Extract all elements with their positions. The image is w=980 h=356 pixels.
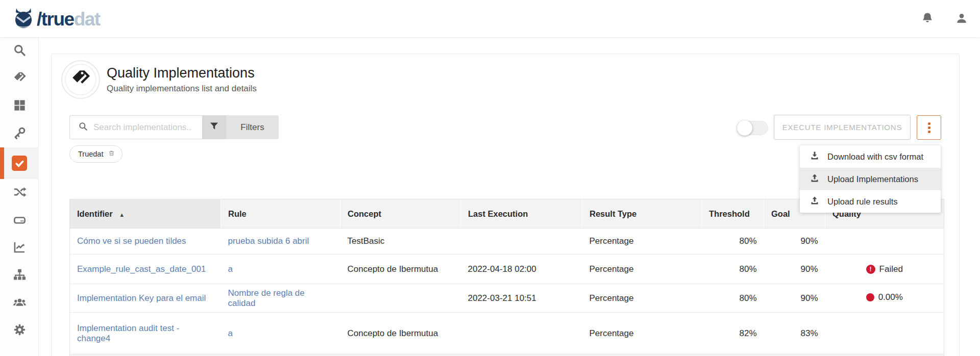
toggle-knob: [737, 120, 752, 136]
quality-cell: [825, 313, 944, 354]
column-header-threshold[interactable]: Threshold: [702, 199, 764, 228]
sidebar-item-storage[interactable]: [0, 207, 39, 234]
column-header-result-type[interactable]: Result Type: [582, 199, 702, 228]
funnel-icon: [209, 121, 219, 133]
filter-chip-label: Truedat: [78, 150, 103, 158]
quality-cell: ! Failed: [825, 255, 944, 284]
result-type-cell: Percentage: [582, 255, 702, 284]
sidebar-item-settings[interactable]: [0, 317, 39, 344]
sidebar-item-key[interactable]: [0, 120, 39, 147]
kebab-icon: [928, 126, 930, 129]
column-label: Goal: [771, 209, 790, 218]
column-label: Identifier: [77, 209, 113, 218]
shuffle-icon: [13, 185, 27, 201]
sidebar-item-charts[interactable]: [0, 234, 39, 262]
concept-cell: Concepto de Ibermutua: [340, 255, 461, 284]
bell-icon[interactable]: [920, 11, 935, 26]
rule-link[interactable]: a: [228, 264, 233, 274]
menu-item-upload-implementations[interactable]: Upload Implementations: [800, 168, 941, 190]
execute-implementations-button[interactable]: EXECUTE IMPLEMENTATIONS: [774, 115, 911, 140]
sidebar-item-lineage[interactable]: [0, 262, 39, 289]
page-title: Quality Implementations: [107, 65, 255, 81]
check-square-icon: [12, 156, 27, 171]
identifier-link[interactable]: Example_rule_cast_as_date_001: [77, 264, 206, 274]
rule-link[interactable]: prueba subida 6 abril: [228, 236, 309, 246]
concept-cell: TestBasic: [340, 228, 461, 255]
chart-line-icon: [13, 240, 27, 256]
sidebar: [0, 37, 39, 356]
gear-icon: [13, 323, 27, 339]
sidebar-item-tags[interactable]: [0, 65, 39, 92]
app-logo[interactable]: /truedat: [11, 6, 100, 33]
error-exclamation-icon: !: [866, 265, 875, 274]
last-execution-cell: [461, 228, 582, 255]
menu-item-label: Upload rule results: [827, 197, 898, 207]
sidebar-item-shuffle[interactable]: [0, 179, 39, 207]
storage-icon: [13, 213, 27, 228]
goal-cell: 90%: [764, 228, 825, 255]
table-row: Example_rule_cast_as_date_001 a Concepto…: [70, 255, 944, 284]
sidebar-item-search[interactable]: [0, 37, 39, 65]
more-options-menu: Download with csv format Upload Implemen…: [800, 145, 941, 213]
threshold-cell: 80%: [702, 255, 764, 284]
sidebar-item-quality[interactable]: [0, 147, 39, 179]
result-type-cell: Percentage: [582, 228, 702, 255]
sidebar-item-users[interactable]: [0, 289, 39, 317]
identifier-link[interactable]: Implementation Key para el email: [77, 293, 206, 303]
kebab-icon: [928, 122, 930, 125]
rule-link[interactable]: Nombre de regla de calidad: [228, 288, 305, 308]
execute-implementations-label: EXECUTE IMPLEMENTATIONS: [782, 123, 902, 132]
quality-status-label: Failed: [879, 264, 903, 274]
column-header-concept[interactable]: Concept: [340, 199, 461, 228]
tags-icon: [13, 71, 27, 87]
more-options-button[interactable]: [917, 115, 941, 140]
quality-cell: 0.00%: [825, 284, 944, 313]
menu-item-upload-rule-results[interactable]: Upload rule results: [800, 190, 941, 213]
sidebar-item-grid[interactable]: [0, 92, 39, 120]
search-input[interactable]: [93, 122, 195, 133]
top-bar: /truedat: [0, 0, 980, 37]
rule-link[interactable]: a: [228, 328, 233, 338]
last-execution-cell: 2022-04-18 02:00: [461, 255, 582, 284]
column-header-rule[interactable]: Rule: [221, 199, 340, 228]
execute-toggle[interactable]: [737, 121, 768, 135]
owl-icon: [11, 6, 36, 33]
result-type-cell: Percentage: [582, 284, 702, 313]
column-header-identifier[interactable]: Identifier ▲: [70, 199, 221, 228]
identifier-link[interactable]: Implementation audit test - change4: [77, 323, 179, 343]
column-label: Rule: [228, 209, 247, 218]
filters-button[interactable]: Filters: [226, 115, 279, 139]
goal-cell: 90%: [764, 284, 825, 313]
result-type-cell: Percentage: [582, 313, 702, 354]
column-header-last-execution[interactable]: Last Execution: [461, 199, 582, 228]
quality-cell: [825, 228, 944, 255]
menu-item-download-csv[interactable]: Download with csv format: [800, 145, 941, 168]
goal-cell: 83%: [764, 313, 825, 354]
users-icon: [13, 295, 27, 311]
column-label: Concept: [348, 209, 381, 218]
identifier-link[interactable]: Cómo ve si se pueden tildes: [77, 236, 186, 246]
sitemap-icon: [13, 268, 27, 284]
key-icon: [13, 126, 27, 142]
grid-icon: [13, 98, 27, 114]
filters-label: Filters: [240, 122, 264, 133]
table-row: Cómo ve si se pueden tildes prueba subid…: [70, 228, 944, 255]
filter-icon-button[interactable]: [202, 115, 226, 139]
concept-cell: Concepto de Ibermutua: [340, 313, 461, 354]
filter-chip-truedat[interactable]: Truedat: [69, 145, 122, 163]
concept-cell: [340, 284, 461, 313]
quality-value-label: 0.00%: [878, 292, 903, 302]
download-icon: [810, 150, 827, 163]
column-label: Last Execution: [468, 209, 528, 218]
table-row: Implementation Key para el email Nombre …: [70, 284, 944, 313]
search-icon: [13, 43, 27, 59]
upload-icon: [810, 195, 827, 208]
user-icon[interactable]: [954, 11, 969, 26]
search-box: [69, 115, 202, 139]
tags-icon: [70, 68, 91, 91]
active-indicator-bar: [0, 147, 4, 179]
column-label: Threshold: [709, 209, 750, 218]
trash-icon[interactable]: [103, 149, 115, 159]
table-row: [70, 354, 944, 356]
error-dot-icon: [866, 293, 874, 301]
